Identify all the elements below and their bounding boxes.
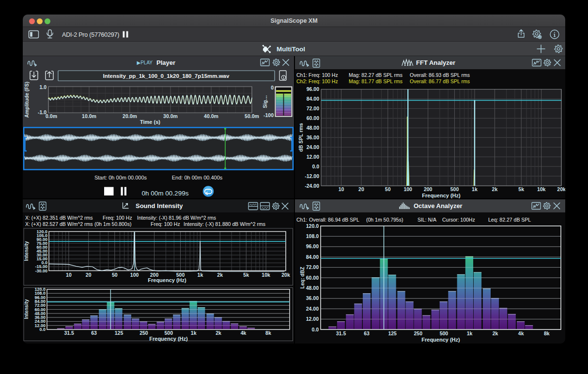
svg-text:5k: 5k (518, 186, 524, 192)
svg-text:2k: 2k (217, 272, 223, 278)
svg-text:8k: 8k (265, 330, 271, 336)
svg-text:30.0m: 30.0m (163, 113, 178, 119)
svg-text:Ch2:: Ch2: (296, 78, 307, 84)
svg-text:0.0: 0.0 (311, 327, 319, 332)
svg-text:(0h 1m 50.800s): (0h 1m 50.800s) (94, 221, 131, 227)
svg-text:125: 125 (115, 330, 124, 336)
svg-text:Overall: 86.93 dB SPL rms: Overall: 86.93 dB SPL rms (410, 72, 470, 78)
svg-text:Time (s): Time (s) (140, 119, 160, 125)
svg-text:-24.00: -24.00 (305, 183, 319, 189)
svg-text:Frequency (Hz): Frequency (Hz) (148, 277, 186, 283)
svg-text:1k: 1k (198, 272, 203, 278)
svg-text:84.00: 84.00 (307, 96, 319, 102)
svg-text:Octave Analyzer: Octave Analyzer (414, 202, 463, 209)
svg-text:20k: 20k (557, 186, 565, 192)
svg-text:100: 100 (130, 272, 139, 278)
svg-text:MultiTool: MultiTool (277, 45, 305, 53)
svg-text:X: (+X) 82.527 dB W/m^2 rms: X: (+X) 82.527 dB W/m^2 rms (25, 221, 93, 227)
svg-text:20: 20 (86, 272, 92, 278)
svg-text:200: 200 (150, 272, 159, 278)
svg-text:Cursor: 100Hz: Cursor: 100Hz (442, 217, 475, 223)
svg-text:Freq: 100 Hz: Freq: 100 Hz (151, 221, 180, 227)
svg-text:Ch1:: Ch1: (296, 217, 307, 223)
svg-text:250: 250 (414, 330, 423, 336)
svg-text:Player: Player (156, 59, 175, 66)
svg-text:Intensity: (-X) 81.96 dB W/m^2: Intensity: (-X) 81.96 dB W/m^2 rms (137, 215, 216, 221)
svg-text:Mag: 82.27 dB SPL rms: Mag: 82.27 dB SPL rms (349, 72, 402, 78)
svg-text:108.0: 108.0 (306, 233, 319, 239)
svg-text:dB SPL rms: dB SPL rms (298, 123, 304, 151)
svg-text:1k: 1k (191, 330, 197, 336)
svg-text:Ch1:: Ch1: (296, 72, 307, 78)
svg-text:Intensity: Intensity (24, 241, 29, 261)
svg-text:Start: 0h 00m 00.000s: Start: 0h 00m 00.000s (94, 175, 147, 180)
svg-text:20: 20 (358, 186, 364, 192)
svg-text:2k: 2k (216, 330, 221, 336)
svg-text:12.00: 12.00 (307, 154, 319, 160)
svg-text:10k: 10k (537, 186, 546, 192)
svg-text:48.00: 48.00 (307, 125, 319, 131)
svg-text:Amplitude (FS): Amplitude (FS) (24, 82, 30, 118)
svg-text:Freq: 100 Hz: Freq: 100 Hz (309, 72, 338, 78)
svg-text:20.0m: 20.0m (123, 113, 137, 119)
svg-text:Intensity: (-X) 81.880 dB W/m^: Intensity: (-X) 81.880 dB W/m^2 rms (184, 221, 265, 227)
svg-text:84.00: 84.00 (306, 254, 319, 260)
svg-text:2k: 2k (492, 186, 498, 192)
svg-text:1k: 1k (467, 330, 473, 336)
svg-text:0.0: 0.0 (312, 164, 319, 169)
svg-text:96.00: 96.00 (307, 86, 319, 92)
svg-text:Sig…: Sig… (262, 95, 268, 108)
svg-text:0h 00m 00.299s: 0h 00m 00.299s (142, 190, 189, 197)
svg-text:Intensity: Intensity (24, 299, 29, 319)
svg-text:50.0m: 50.0m (245, 113, 259, 119)
svg-text:Mag: 81.77 dB SPL rms: Mag: 81.77 dB SPL rms (349, 78, 402, 84)
svg-text:End: 0h 00m 00.400s: End: 0h 00m 00.400s (172, 175, 223, 180)
svg-text:60.00: 60.00 (306, 275, 319, 281)
svg-text:0: 0 (271, 85, 274, 90)
svg-text:5k: 5k (243, 272, 249, 278)
svg-text:4k: 4k (241, 330, 247, 336)
svg-text:Overall: 86.94 dB SPL: Overall: 86.94 dB SPL (309, 217, 359, 223)
svg-text:Freq: 100 Hz: Freq: 100 Hz (309, 78, 338, 84)
svg-text:ADI-2 Pro (57760297): ADI-2 Pro (57760297) (62, 31, 119, 38)
svg-text:500: 500 (450, 186, 459, 192)
svg-text:0.0: 0.0 (39, 327, 46, 332)
svg-text:36.00: 36.00 (307, 135, 319, 140)
svg-text:Frequency (Hz): Frequency (Hz) (149, 336, 188, 342)
svg-text:60.00: 60.00 (307, 115, 319, 121)
svg-text:1.0: 1.0 (39, 84, 46, 90)
svg-text:Sound Intensity: Sound Intensity (136, 202, 183, 209)
svg-text:36.00: 36.00 (306, 295, 319, 301)
svg-text:2k: 2k (493, 330, 498, 336)
svg-text:72.00: 72.00 (307, 105, 319, 111)
svg-text:125: 125 (388, 330, 397, 336)
svg-text:-30.00: -30.00 (35, 269, 47, 273)
svg-text:1k: 1k (472, 186, 478, 192)
svg-text:Leq: 82.27 dB SPL: Leq: 82.27 dB SPL (488, 217, 531, 223)
svg-text:4k: 4k (518, 330, 524, 336)
svg-text:50: 50 (112, 272, 118, 278)
svg-text:-12.00: -12.00 (305, 173, 319, 179)
svg-text:31.5: 31.5 (64, 330, 74, 336)
svg-text:120.0: 120.0 (306, 223, 319, 229)
svg-text:63: 63 (91, 330, 97, 336)
svg-text:10k: 10k (262, 272, 270, 278)
svg-text:Intensity_pp_1k_100_0_1k20_180: Intensity_pp_1k_100_0_1k20_180_7p15mm.wa… (103, 73, 230, 79)
svg-text:SIL: N/A: SIL: N/A (418, 217, 436, 223)
svg-text:24.00: 24.00 (307, 144, 319, 150)
svg-text:63: 63 (364, 330, 370, 336)
svg-text:96.00: 96.00 (306, 243, 319, 249)
svg-text:Leq: dBZ: Leq: dBZ (299, 267, 305, 289)
svg-text:-100: -100 (263, 112, 274, 118)
svg-text:Frequency (Hz): Frequency (Hz) (421, 337, 460, 343)
svg-text:Frequency (Hz): Frequency (Hz) (422, 193, 461, 198)
svg-text:250: 250 (139, 330, 148, 336)
svg-text:▶PLAY: ▶PLAY (137, 60, 153, 65)
svg-text:12.00: 12.00 (306, 316, 319, 322)
svg-text:10: 10 (339, 186, 344, 192)
svg-text:40.0m: 40.0m (204, 113, 218, 119)
svg-text:72.00: 72.00 (306, 264, 319, 270)
svg-text:100: 100 (403, 186, 412, 192)
svg-text:8k: 8k (544, 330, 550, 336)
svg-text:500: 500 (176, 272, 185, 278)
